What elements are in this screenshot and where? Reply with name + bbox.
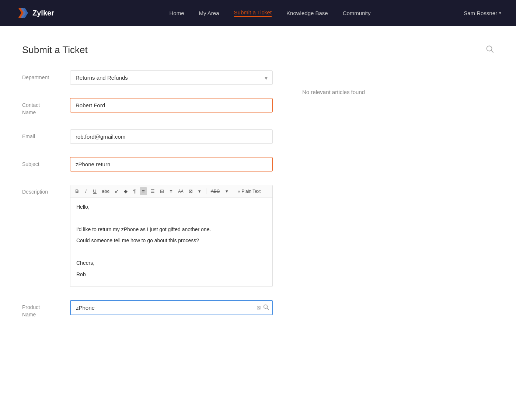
svg-line-3 [491, 51, 494, 53]
toolbar-image-button[interactable]: ⊠ [187, 187, 195, 195]
contact-name-label: ContactName [22, 98, 70, 116]
toolbar-underline-button[interactable]: U [91, 187, 98, 195]
product-input-wrapper: ⊠ [70, 300, 273, 315]
department-select[interactable]: Returns and Refunds [70, 70, 273, 85]
subject-field [70, 157, 273, 171]
toolbar-italic-button[interactable]: I [82, 187, 90, 195]
form-left: Department Returns and Refunds ContactNa… [22, 70, 273, 332]
editor-body[interactable]: Hello, I'd like to return my zPhone as I… [70, 198, 272, 287]
search-icon[interactable] [486, 45, 494, 55]
nav-link-home[interactable]: Home [170, 10, 184, 16]
department-select-wrapper: Returns and Refunds [70, 70, 273, 85]
nav-link-my-area[interactable]: My Area [199, 10, 219, 16]
desc-line4: Cheers, [76, 259, 266, 267]
desc-blank2 [76, 248, 266, 256]
toolbar-separator [206, 188, 206, 194]
nav-link-community[interactable]: Community [343, 10, 371, 16]
editor-toolbar: B I U abc ↙ ◆ ¶ ≡ ☰ ⊞ ≡ AA ⊠ [70, 185, 272, 198]
department-field: Returns and Refunds [70, 70, 273, 85]
contact-name-input[interactable] [70, 98, 273, 112]
desc-line3: Could someone tell me how to go about th… [76, 236, 266, 244]
subject-row: Subject [22, 157, 273, 171]
brand-name: Zylker [32, 9, 54, 17]
user-menu[interactable]: Sam Rossner ▾ [464, 10, 501, 16]
product-name-field: ⊠ [70, 300, 273, 315]
description-row: Description B I U abc ↙ ◆ ¶ ≡ ☰ [22, 185, 273, 287]
navbar: Zylker Home My Area Submit a Ticket Know… [0, 0, 516, 26]
nav-link-knowledge-base[interactable]: Knowledge Base [286, 10, 328, 16]
navbar-links: Home My Area Submit a Ticket Knowledge B… [76, 9, 464, 17]
department-label: Department [22, 70, 70, 81]
toolbar-bold-button[interactable]: B [73, 187, 81, 195]
toolbar-font-size-button[interactable]: AA [176, 188, 185, 195]
contact-name-field [70, 98, 273, 112]
toolbar-outdent-button[interactable]: ⊞ [158, 187, 166, 195]
email-row: Email [22, 129, 273, 144]
toolbar-separator2 [233, 188, 233, 194]
email-field [70, 129, 273, 144]
brand-logo-icon [15, 6, 29, 20]
toolbar-align-right-button[interactable]: ≡ [167, 187, 175, 195]
desc-blank [76, 214, 266, 222]
subject-label: Subject [22, 157, 70, 168]
product-name-input[interactable] [70, 300, 273, 315]
toolbar-pilcrow-button[interactable]: ¶ [131, 187, 138, 195]
page-title: Submit a Ticket [22, 44, 494, 56]
toolbar-align-button[interactable]: ≡ [140, 187, 147, 195]
toolbar-strike-button[interactable]: abc [100, 187, 111, 195]
email-label: Email [22, 129, 70, 140]
user-menu-chevron-icon: ▾ [499, 11, 501, 15]
department-row: Department Returns and Refunds [22, 70, 273, 85]
description-editor: B I U abc ↙ ◆ ¶ ≡ ☰ ⊞ ≡ AA ⊠ [70, 185, 273, 287]
toolbar-indent-button[interactable]: ↙ [113, 187, 121, 195]
contact-name-row: ContactName [22, 98, 273, 116]
page-content: Submit a Ticket Department Returns and R… [0, 26, 516, 420]
toolbar-color-button[interactable]: ◆ [122, 187, 129, 195]
product-name-label: ProductName [22, 300, 70, 318]
user-name: Sam Rossner [464, 10, 497, 16]
description-field: B I U abc ↙ ◆ ¶ ≡ ☰ ⊞ ≡ AA ⊠ [70, 185, 273, 287]
subject-input[interactable] [70, 157, 273, 171]
product-search-icon[interactable] [263, 304, 269, 311]
toolbar-plain-text-button[interactable]: « Plain Text [236, 188, 262, 195]
product-input-icons: ⊠ [257, 304, 269, 311]
email-input[interactable] [70, 129, 273, 144]
desc-line2: I'd like to return my zPhone as I just g… [76, 225, 266, 233]
form-layout: Department Returns and Refunds ContactNa… [22, 70, 494, 332]
no-articles-text: No relevant articles found [302, 78, 494, 95]
toolbar-more-button[interactable]: ▾ [196, 187, 203, 195]
product-clear-icon[interactable]: ⊠ [257, 305, 261, 310]
description-label: Description [22, 185, 70, 196]
desc-line5: Rob [76, 270, 266, 278]
product-name-row: ProductName ⊠ [22, 300, 273, 318]
toolbar-spellcheck-button[interactable]: ABC [209, 188, 222, 195]
toolbar-more2-button[interactable]: ▾ [223, 187, 230, 195]
nav-link-submit-ticket[interactable]: Submit a Ticket [234, 9, 272, 17]
form-right: No relevant articles found [302, 70, 494, 332]
toolbar-list-button[interactable]: ☰ [149, 187, 157, 195]
desc-line1: Hello, [76, 203, 266, 211]
brand[interactable]: Zylker [15, 6, 54, 20]
svg-line-5 [267, 308, 269, 309]
